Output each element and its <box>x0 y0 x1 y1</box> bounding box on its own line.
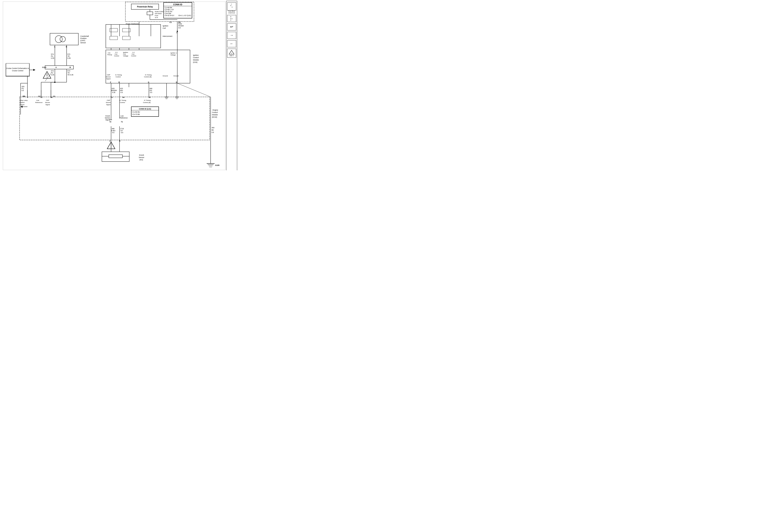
svg-text:PU: PU <box>51 55 53 57</box>
svg-text:A: A <box>56 66 57 68</box>
svg-text:0.35: 0.35 <box>112 92 115 94</box>
svg-text:0.5: 0.5 <box>121 132 123 133</box>
svg-text:PU: PU <box>21 88 24 90</box>
svg-text:Sensor: Sensor <box>106 102 111 103</box>
svg-text:OG: OG <box>149 90 152 92</box>
svg-text:0.35: 0.35 <box>51 57 54 59</box>
svg-text:Ground: Ground <box>163 75 168 77</box>
svg-text:Sensor: Sensor <box>106 76 111 78</box>
svg-text:496: 496 <box>112 128 114 130</box>
svg-text:CMP: CMP <box>107 99 110 101</box>
svg-text:0.35: 0.35 <box>51 74 54 76</box>
svg-text:BN/WH: BN/WH <box>111 90 117 92</box>
schematic-container: L O C Fuse Block Underhood D E S C ↩ → ←… <box>2 1 237 171</box>
svg-text:G: G <box>148 81 149 83</box>
svg-text:Underhood: Underhood <box>228 12 235 14</box>
svg-text:0.35: 0.35 <box>67 57 71 59</box>
svg-text:Sensor: Sensor <box>105 117 110 119</box>
svg-text:C3=32 NA: C3=32 NA <box>165 11 173 13</box>
svg-text:54: 54 <box>122 96 124 98</box>
svg-text:B: B <box>69 66 71 68</box>
svg-text:Coil: Coil <box>123 53 126 55</box>
svg-text:C1=56 BU: C1=56 BU <box>132 111 140 113</box>
svg-text:Module: Module <box>212 114 218 116</box>
svg-text:573: 573 <box>67 70 70 72</box>
svg-text:Low: Low <box>36 99 39 101</box>
svg-text:Interconnect: Interconnect <box>163 35 173 37</box>
svg-text:Ground: Ground <box>174 75 179 77</box>
svg-text:CSI: CSI <box>108 52 110 54</box>
svg-text:Engine: Engine <box>213 109 218 111</box>
svg-text:Signal: Signal <box>105 119 110 121</box>
svg-line-261 <box>177 83 211 97</box>
svg-text:Reference: Reference <box>35 102 43 103</box>
svg-text:BK: BK <box>212 129 214 131</box>
svg-text:C2=68 L-GY: C2=68 L-GY <box>165 9 174 11</box>
svg-rect-179 <box>45 66 73 69</box>
svg-text:Fuse: Fuse <box>155 15 158 17</box>
svg-text:Knock: Knock <box>105 115 110 117</box>
svg-text:573: 573 <box>67 53 70 55</box>
svg-text:C2: C2 <box>53 95 55 97</box>
svg-text:C1: C1 <box>170 21 172 23</box>
svg-text:Control: Control <box>114 55 119 57</box>
svg-text:INJECTORS: INJECTORS <box>155 11 164 13</box>
svg-text:Sensor: Sensor <box>45 102 50 103</box>
svg-text:↩: ↩ <box>230 25 233 29</box>
svg-text:Signal: Signal <box>45 104 50 105</box>
svg-text:C102: C102 <box>42 66 46 68</box>
svg-text:YE 0.35: YE 0.35 <box>67 74 73 76</box>
svg-text:OBD II: OBD II <box>229 55 233 57</box>
svg-text:CONN ID: CONN ID <box>173 3 182 6</box>
svg-text:Coil: Coil <box>115 53 117 55</box>
svg-text:Voltage: Voltage <box>171 54 176 56</box>
svg-text:Powertrain Relay: Powertrain Relay <box>137 6 153 8</box>
svg-text:574: 574 <box>51 70 54 72</box>
svg-text:Ignition: Ignition <box>163 25 168 27</box>
svg-text:1716: 1716 <box>120 128 124 130</box>
svg-marker-152 <box>20 106 22 108</box>
svg-text:B: B <box>119 81 120 83</box>
svg-text:IC Timing: IC Timing <box>120 99 126 101</box>
svg-text:PU: PU <box>51 72 53 74</box>
svg-text:←: ← <box>230 42 233 46</box>
svg-text:L: L <box>231 3 232 5</box>
svg-text:C: C <box>230 19 231 21</box>
svg-text:Control: Control <box>116 76 121 78</box>
svg-text:!: ! <box>231 52 232 54</box>
svg-rect-119 <box>20 97 210 140</box>
svg-text:Position: Position <box>80 37 87 39</box>
svg-text:(KS): (KS) <box>140 159 143 161</box>
svg-text:423: 423 <box>120 88 123 90</box>
svg-text:YE: YE <box>67 55 70 57</box>
svg-text:Stop Lamp: Stop Lamp <box>20 99 28 101</box>
svg-text:PK/WH: PK/WH <box>178 25 184 27</box>
svg-point-185 <box>47 77 47 78</box>
svg-text:F: F <box>110 81 111 83</box>
svg-text:Control: Control <box>120 102 125 103</box>
svg-text:5292: 5292 <box>178 23 182 25</box>
svg-text:574: 574 <box>51 53 54 55</box>
svg-text:IC Timing: IC Timing <box>144 99 151 101</box>
svg-text:55: 55 <box>148 96 150 98</box>
svg-text:Reference: Reference <box>120 117 128 119</box>
svg-text:→: → <box>230 33 233 37</box>
svg-text:67: 67 <box>41 96 43 98</box>
svg-text:Module: Module <box>193 59 199 61</box>
svg-text:Control: Control <box>131 55 136 57</box>
svg-text:O: O <box>230 5 231 6</box>
svg-text:Ignition: Ignition <box>193 54 199 56</box>
svg-text:C1=68 BK: C1=68 BK <box>165 7 172 9</box>
svg-text:E: E <box>230 18 231 19</box>
svg-text:Low: Low <box>120 115 124 117</box>
svg-text:Ignition: Ignition <box>123 52 128 53</box>
svg-text:0.5: 0.5 <box>112 132 114 133</box>
svg-text:A: A <box>109 140 111 142</box>
cruise-control-box[interactable]: Cruise Control Schematics in Cruise Cont… <box>6 63 29 76</box>
svg-text:C6=1 L-GY (L61): C6=1 L-GY (L61) <box>178 15 191 17</box>
svg-text:CONN ID (L61): CONN ID (L61) <box>139 108 151 110</box>
svg-text:Control: Control <box>212 111 218 113</box>
svg-text:Knock: Knock <box>139 154 144 156</box>
svg-text:450: 450 <box>212 127 214 129</box>
svg-text:420: 420 <box>21 86 24 88</box>
